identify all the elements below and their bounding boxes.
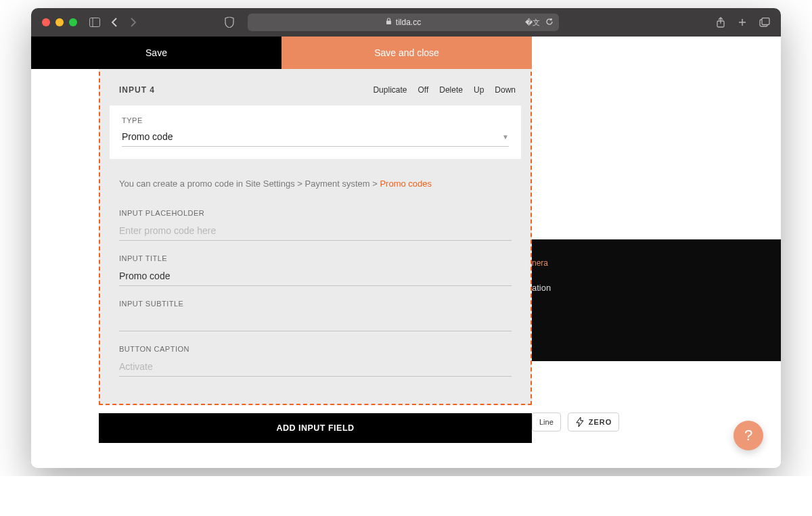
promo-codes-link[interactable]: Promo codes xyxy=(380,179,432,189)
type-label: TYPE xyxy=(122,116,509,124)
share-icon[interactable] xyxy=(716,17,725,28)
maximize-window-button[interactable] xyxy=(69,18,77,26)
reader-icon[interactable]: �文 xyxy=(525,18,540,28)
browser-titlebar: tilda.cc �文 xyxy=(31,8,781,37)
off-action[interactable]: Off xyxy=(418,85,428,95)
badge-line-label: Line xyxy=(539,418,554,426)
sidebar-toggle-icon[interactable] xyxy=(89,18,100,27)
input-field-card: INPUT 4 Duplicate Off Delete Up Down TYP… xyxy=(99,69,532,405)
svg-rect-5 xyxy=(762,18,769,25)
minimize-window-button[interactable] xyxy=(55,18,64,26)
close-window-button[interactable] xyxy=(42,18,50,26)
promo-code-hint: You can create a promo code in Site Sett… xyxy=(110,159,521,195)
button-caption-field: BUTTON CAPTION xyxy=(110,331,521,377)
input-placeholder-label: INPUT PLACEHOLDER xyxy=(119,209,512,217)
window-controls xyxy=(42,18,77,26)
save-and-close-button[interactable]: Save and close xyxy=(281,37,532,69)
button-caption-label: BUTTON CAPTION xyxy=(119,345,512,353)
type-select[interactable]: Promo code ▼ xyxy=(122,131,509,147)
type-select-value: Promo code xyxy=(122,131,173,142)
back-button[interactable] xyxy=(111,18,119,27)
save-button[interactable]: Save xyxy=(31,37,281,69)
editor-top-bar: Save Save and close xyxy=(31,37,532,69)
address-text: tilda.cc xyxy=(396,18,421,27)
new-tab-icon[interactable] xyxy=(738,17,747,28)
input-subtitle-input[interactable] xyxy=(119,313,512,331)
input-subtitle-field: INPUT SUBTITLE xyxy=(110,286,521,331)
browser-window: tilda.cc �文 Save Save and close xyxy=(31,8,781,468)
preview-badges: Line ZERO xyxy=(532,413,619,431)
type-selector-card: TYPE Promo code ▼ xyxy=(110,105,521,159)
hint-text: You can create a promo code in Site Sett… xyxy=(119,179,380,189)
add-input-field-button[interactable]: ADD INPUT FIELD xyxy=(99,413,532,443)
input-card-actions: Duplicate Off Delete Up Down xyxy=(373,85,516,95)
chevron-down-icon: ▼ xyxy=(502,133,509,141)
input-card-header: INPUT 4 Duplicate Off Delete Up Down xyxy=(110,69,521,105)
page-content: Save Save and close INPUT 4 Duplicate Of… xyxy=(31,37,781,468)
input-placeholder-field: INPUT PLACEHOLDER xyxy=(110,195,521,241)
nav-buttons xyxy=(111,18,137,27)
badge-zero[interactable]: ZERO xyxy=(568,413,620,431)
address-bar[interactable]: tilda.cc �文 xyxy=(248,14,559,31)
preview-line-1: nera xyxy=(532,258,781,268)
svg-rect-0 xyxy=(90,18,100,27)
input-subtitle-label: INPUT SUBTITLE xyxy=(119,300,512,308)
delete-action[interactable]: Delete xyxy=(439,85,463,95)
help-button[interactable]: ? xyxy=(734,421,763,450)
preview-line-2: ation xyxy=(532,283,781,293)
input-title-label: INPUT TITLE xyxy=(119,254,512,262)
input-title-field: INPUT TITLE xyxy=(110,241,521,286)
input-card-title: INPUT 4 xyxy=(119,85,155,95)
tabs-overview-icon[interactable] xyxy=(759,17,770,28)
duplicate-action[interactable]: Duplicate xyxy=(373,85,407,95)
move-up-action[interactable]: Up xyxy=(474,85,484,95)
preview-dark-block: nera ation xyxy=(532,239,781,361)
input-placeholder-input[interactable] xyxy=(119,222,512,241)
editor-panel: INPUT 4 Duplicate Off Delete Up Down TYP… xyxy=(31,69,532,468)
reload-icon[interactable] xyxy=(545,18,554,28)
forward-button[interactable] xyxy=(129,18,137,27)
privacy-shield-icon[interactable] xyxy=(225,17,234,28)
input-title-input[interactable] xyxy=(119,268,512,286)
lock-icon xyxy=(386,18,392,27)
svg-rect-2 xyxy=(386,21,391,25)
button-caption-input[interactable] xyxy=(119,358,512,377)
badge-line[interactable]: Line xyxy=(532,413,561,431)
move-down-action[interactable]: Down xyxy=(495,85,516,95)
preview-pane: nera ation Line ZERO xyxy=(532,37,781,468)
bolt-icon xyxy=(575,417,585,427)
badge-zero-label: ZERO xyxy=(589,418,612,426)
